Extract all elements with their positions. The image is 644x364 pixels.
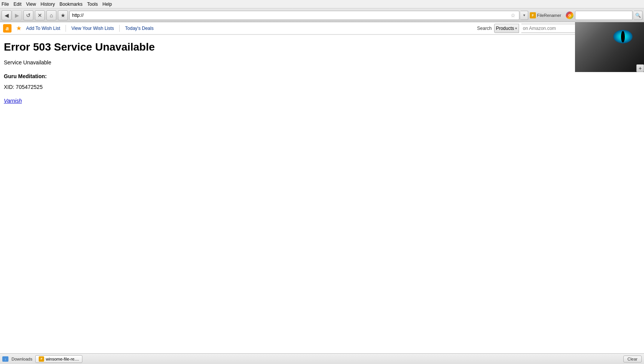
- menu-tools[interactable]: Tools: [87, 2, 98, 7]
- service-unavailable-text: Service Unavailable: [4, 59, 640, 66]
- menu-file[interactable]: File: [2, 2, 9, 7]
- search-dropdown-arrow-icon: ▾: [515, 26, 517, 30]
- browser-search-button[interactable]: 🔍: [634, 11, 642, 20]
- view-wish-lists-link[interactable]: View Your Wish Lists: [71, 26, 114, 31]
- xid-text: XID: 705472525: [4, 84, 640, 90]
- cat-pupil: [621, 31, 625, 43]
- home-button[interactable]: ⌂: [46, 10, 56, 20]
- back-forward-group: ◀ ▶: [2, 10, 22, 20]
- separator-2: [119, 25, 120, 32]
- separator-1: [66, 25, 66, 32]
- menu-bar: File Edit View History Bookmarks Tools H…: [0, 0, 644, 8]
- bookmark-button[interactable]: ★: [58, 10, 68, 20]
- search-category-dropdown[interactable]: Products ▾: [494, 24, 519, 33]
- nav-bar: ◀ ▶ ↺ ✕ ⌂ ★ ☆ ▾ F FileRenamer G 🔍: [0, 8, 644, 22]
- browser-search-input[interactable]: [575, 11, 632, 20]
- amazon-toolbar: a ★ Add To Wish List View Your Wish List…: [0, 22, 644, 34]
- menu-help[interactable]: Help: [102, 2, 112, 7]
- guru-meditation-label: Guru Meditation:: [4, 73, 640, 79]
- search-category-label: Products: [496, 26, 514, 31]
- file-renamer-icon: F: [530, 12, 536, 18]
- address-bar-container: ☆ ▾: [69, 11, 528, 20]
- cat-image: +: [575, 22, 644, 72]
- wishlist-star-icon: ★: [16, 25, 21, 32]
- menu-view[interactable]: View: [26, 2, 36, 7]
- address-input[interactable]: [72, 13, 507, 18]
- varnish-link[interactable]: Varnish: [4, 98, 22, 104]
- address-star[interactable]: ☆: [509, 11, 517, 19]
- back-button[interactable]: ◀: [2, 10, 12, 20]
- browser-search-area: G 🔍: [566, 11, 642, 20]
- eye-outer: [613, 30, 632, 43]
- search-engine-logo: G: [566, 11, 573, 19]
- plus-button[interactable]: +: [636, 64, 644, 72]
- todays-deals-link[interactable]: Today's Deals: [125, 26, 153, 31]
- menu-history[interactable]: History: [41, 2, 55, 7]
- browser-header-area: + a ★ Add To Wish List View Your Wish Li…: [0, 22, 644, 257]
- amazon-logo[interactable]: a: [3, 24, 12, 33]
- menu-edit[interactable]: Edit: [13, 2, 21, 7]
- menu-bookmarks[interactable]: Bookmarks: [59, 2, 82, 7]
- reload-button[interactable]: ↺: [23, 10, 33, 20]
- forward-button[interactable]: ▶: [12, 10, 22, 20]
- cat-eye: [613, 30, 632, 45]
- address-dropdown-arrow[interactable]: ▾: [521, 11, 528, 20]
- file-renamer-label: FileRenamer: [537, 13, 561, 18]
- add-to-wishlist-link[interactable]: Add To Wish List: [26, 26, 60, 31]
- cat-background: [575, 22, 644, 72]
- file-renamer-extension: F FileRenamer: [530, 12, 561, 18]
- error-title: Error 503 Service Unavailable: [4, 41, 640, 53]
- main-content: Error 503 Service Unavailable Service Un…: [0, 35, 644, 257]
- address-bar: ☆: [69, 11, 519, 20]
- search-label: Search: [477, 26, 492, 31]
- stop-button[interactable]: ✕: [35, 10, 45, 20]
